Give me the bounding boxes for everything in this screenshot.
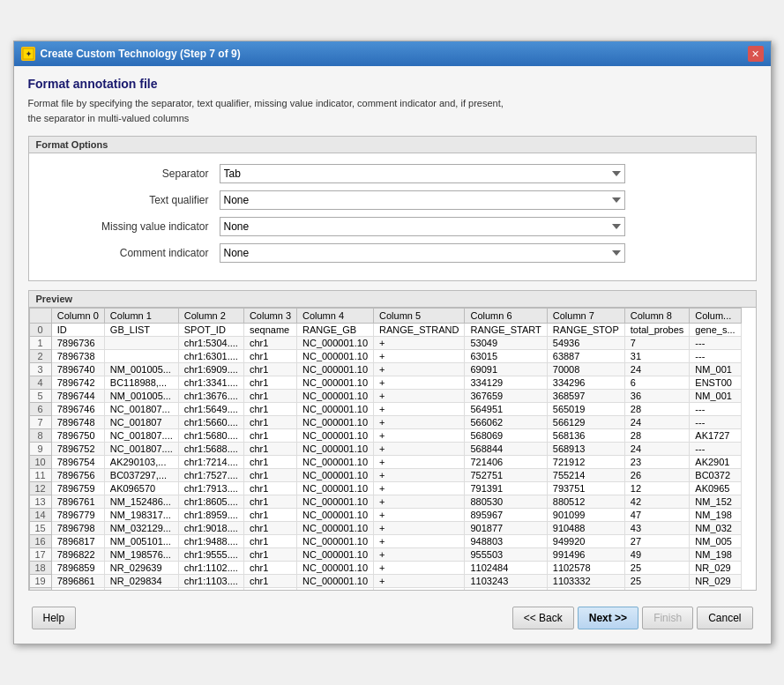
separator-row: Separator Tab Comma Semicolon Space [43, 164, 742, 183]
text-qualifier-label: Text qualifier [43, 194, 220, 206]
row-num: 0 [29, 324, 51, 337]
cell-6-2: NC_001807 [104, 416, 178, 429]
cell-5-9: 28 [624, 403, 690, 416]
row-num: 9 [29, 443, 51, 456]
cell-15-7: 948803 [465, 535, 547, 548]
close-button[interactable]: ✕ [748, 46, 764, 62]
finish-button[interactable]: Finish [642, 607, 693, 629]
header-cell-8: RANGE_STOP [547, 324, 624, 337]
missing-value-select[interactable]: None N/A --- [220, 217, 625, 236]
cell-5-5: NC_000001.10 [297, 403, 374, 416]
help-button[interactable]: Help [32, 607, 77, 629]
row-num: 10 [29, 456, 51, 469]
cell-3-9: 6 [624, 376, 690, 390]
cell-17-8: 1102578 [547, 562, 624, 575]
cell-11-9: 12 [624, 482, 690, 495]
cell-2-8: 70008 [547, 363, 624, 376]
column-header-row: Column 0 Column 1 Column 2 Column 3 Colu… [29, 309, 741, 324]
cell-10-4: chr1 [243, 469, 296, 482]
cell-14-9: 43 [624, 522, 690, 535]
row-num: 5 [29, 390, 51, 403]
format-options-body: Separator Tab Comma Semicolon Space Text… [29, 153, 756, 280]
row-num: 6 [29, 403, 51, 416]
cell-4-10: NM_001 [690, 390, 741, 403]
cell-18-2: NR_029834 [104, 575, 178, 588]
cell-15-2: NM_005101... [104, 535, 178, 548]
cell-1-8: 63887 [547, 350, 624, 363]
row-num: 1 [29, 337, 51, 350]
cell-12-4: chr1 [243, 495, 296, 509]
table-row: 47896742BC118988,...chr1:3341....chr1NC_… [29, 376, 741, 390]
footer: Help << Back Next >> Finish Cancel [28, 599, 757, 633]
cell-12-3: chr1:8605.... [178, 495, 243, 509]
cell-0-4: chr1 [243, 337, 296, 350]
cell-3-4: chr1 [243, 376, 296, 390]
main-content: Format annotation file Format file by sp… [14, 66, 771, 644]
cell-7-6: + [374, 429, 465, 443]
text-qualifier-select[interactable]: None Double quote Single quote [220, 190, 625, 210]
format-options-panel: Format Options Separator Tab Comma Semic… [28, 136, 757, 281]
cell-8-5: NC_000001.10 [297, 443, 374, 456]
col-header-5: Column 5 [374, 309, 465, 324]
cell-15-8: 949920 [547, 535, 624, 548]
row-num: 15 [29, 522, 51, 535]
cell-6-3: chr1:5660.... [178, 416, 243, 429]
next-label: Next >> [589, 612, 627, 624]
comment-indicator-select[interactable]: None # // [220, 243, 625, 263]
row-num: 16 [29, 535, 51, 548]
cell-5-8: 565019 [547, 403, 624, 416]
cell-9-10: AK2901 [690, 456, 741, 469]
cell-16-10: NM_198 [690, 548, 741, 562]
row-num: 3 [29, 363, 51, 376]
cell-3-10: ENST00 [690, 376, 741, 390]
table-row: 97896752NC_001807....chr1:5688....chr1NC… [29, 443, 741, 456]
cell-4-5: NC_000001.10 [297, 390, 374, 403]
row-num: 18 [29, 562, 51, 575]
col-header-2: Column 2 [178, 309, 243, 324]
separator-label: Separator [43, 168, 220, 180]
cell-10-7: 752751 [465, 469, 547, 482]
cell-6-8: 566129 [547, 416, 624, 429]
table-container[interactable]: Column 0 Column 1 Column 2 Column 3 Colu… [29, 308, 756, 590]
format-options-header: Format Options [29, 137, 756, 153]
cell-19-10: NR_029 [690, 588, 741, 591]
col-header-9: Colum... [690, 309, 741, 324]
cell-18-8: 1103332 [547, 575, 624, 588]
col-header-4: Column 4 [297, 309, 374, 324]
comment-indicator-row: Comment indicator None # // [43, 243, 742, 263]
finish-label: Finish [653, 612, 682, 624]
table-row: 197896861NR_029834chr1:1103....chr1NC_00… [29, 575, 741, 588]
cell-14-8: 910488 [547, 522, 624, 535]
cell-17-1: 7896859 [51, 562, 104, 575]
cell-15-1: 7896817 [51, 535, 104, 548]
cell-18-9: 25 [624, 575, 690, 588]
cell-11-5: NC_000001.10 [297, 482, 374, 495]
cell-7-9: 28 [624, 429, 690, 443]
cell-19-9: 18 [624, 588, 690, 591]
cell-14-2: NM_032129... [104, 522, 178, 535]
cell-5-10: --- [690, 403, 741, 416]
cell-1-5: NC_000001.10 [297, 350, 374, 363]
cell-12-10: NM_152 [690, 495, 741, 509]
title-bar: ✦ Create Custom Technology (Step 7 of 9)… [14, 41, 771, 66]
cell-10-6: + [374, 469, 465, 482]
cell-13-2: NM_198317... [104, 509, 178, 522]
cell-4-9: 36 [624, 390, 690, 403]
cell-10-9: 26 [624, 469, 690, 482]
cell-3-3: chr1:3341.... [178, 376, 243, 390]
table-row: 167896817NM_005101...chr1:9488....chr1NC… [29, 535, 741, 548]
separator-select[interactable]: Tab Comma Semicolon Space [220, 164, 625, 183]
cancel-button[interactable]: Cancel [697, 607, 752, 629]
cell-13-7: 895967 [465, 509, 547, 522]
header-cell-9: total_probes [624, 324, 690, 337]
cell-8-3: chr1:5688.... [178, 443, 243, 456]
cell-16-3: chr1:9555.... [178, 548, 243, 562]
cell-0-9: 7 [624, 337, 690, 350]
cell-17-9: 25 [624, 562, 690, 575]
next-button[interactable]: Next >> [578, 607, 638, 629]
table-row: 187896859NR_029639chr1:1102....chr1NC_00… [29, 562, 741, 575]
back-button[interactable]: << Back [512, 607, 574, 629]
cell-19-2: NR_029957 [104, 588, 178, 591]
cell-7-10: AK1727 [690, 429, 741, 443]
table-row: 107896754AK290103,...chr1:7214....chr1NC… [29, 456, 741, 469]
